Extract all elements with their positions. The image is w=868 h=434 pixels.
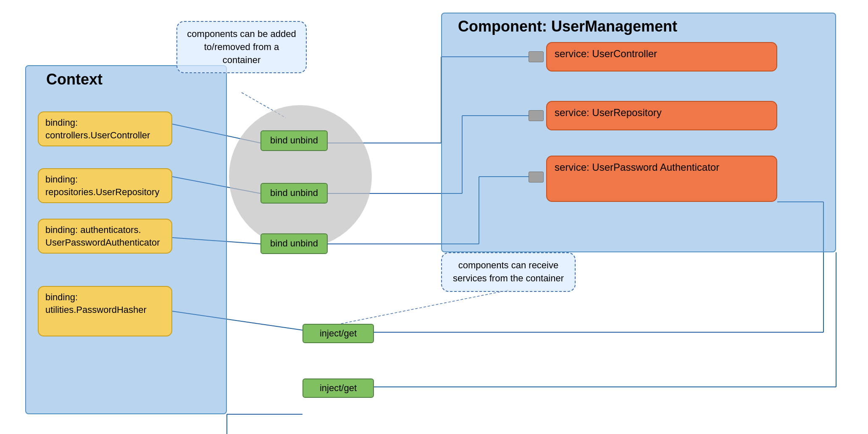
bind-box-3: bind unbind — [260, 233, 328, 254]
inject-box-1: inject/get — [302, 324, 374, 343]
port-service-2 — [529, 110, 544, 121]
binding-box-2: binding: repositories.UserRepository — [38, 168, 172, 203]
callout-receive-services: components can receive services from the… — [441, 252, 576, 292]
center-circle — [229, 105, 372, 248]
component-title: Component: UserManagement — [458, 18, 677, 35]
port-service-3 — [529, 172, 544, 183]
binding-box-4: binding: utilities.PasswordHasher — [38, 286, 172, 336]
service-box-2: service: UserRepository — [546, 101, 777, 130]
bind-box-2: bind unbind — [260, 183, 328, 204]
callout-add-remove: components can be added to/removed from … — [176, 21, 307, 73]
inject-box-2: inject/get — [302, 378, 374, 398]
binding-box-3: binding: authenticators. UserPasswordAut… — [38, 219, 172, 254]
service-box-3: service: UserPassword Authenticator — [546, 156, 777, 202]
binding-box-1: binding: controllers.UserController — [38, 111, 172, 146]
svg-line-20 — [340, 290, 508, 324]
bind-box-1: bind unbind — [260, 130, 328, 151]
port-service-1 — [529, 51, 544, 62]
context-title: Context — [46, 71, 103, 88]
service-box-1: service: UserController — [546, 42, 777, 71]
diagram-container: Context binding: controllers.UserControl… — [0, 0, 868, 434]
